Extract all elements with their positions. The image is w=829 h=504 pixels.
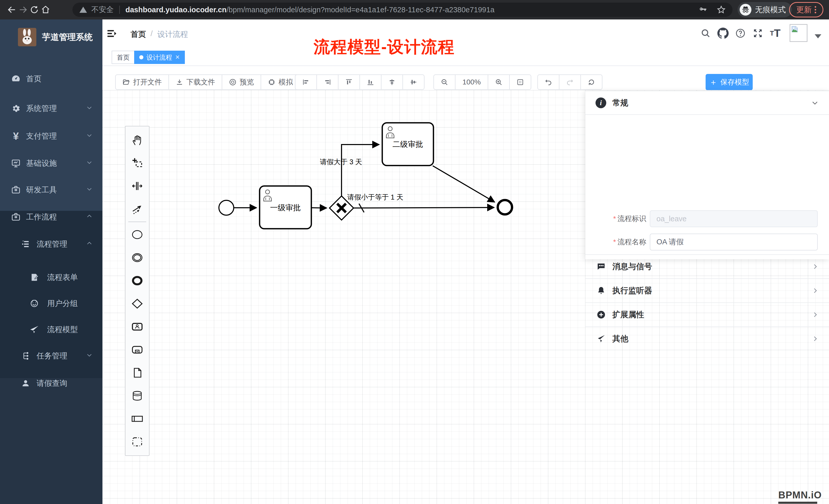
key-icon[interactable] [699,5,708,14]
bell-icon [596,286,607,295]
back-icon[interactable] [6,4,17,15]
sidebar-item-user-group[interactable]: 用户分组 [0,290,102,317]
svg-text:二级审批: 二级审批 [393,140,423,148]
avatar[interactable] [790,24,807,42]
incognito-icon [740,4,751,15]
sidebar-item-leave-query[interactable]: 请假查询 [0,370,102,396]
sidebar-item-task-mgmt[interactable]: 任务管理 [0,343,102,369]
sidebar-item-devtools[interactable]: 研发工具 [0,177,102,203]
process-name-input[interactable] [650,234,818,250]
eye-icon [229,78,237,86]
home-icon[interactable] [40,4,51,15]
process-key-input[interactable] [650,210,818,227]
chevron-right-icon [812,263,819,270]
plus-icon: ＋ [709,78,717,86]
github-icon[interactable] [716,26,730,40]
redo-button[interactable] [560,75,581,89]
url-host: dashboard.yudao.iocoder.cn [125,6,226,14]
sidebar-item-system[interactable]: 系统管理 [0,95,102,122]
flow-task2-to-end[interactable] [433,166,495,202]
address-bar[interactable]: 不安全 dashboard.yudao.iocoder.cn/bpm/manag… [72,3,732,17]
form-icon [29,272,40,283]
more-icon[interactable] [815,6,816,13]
sidebar-item-process-form[interactable]: 流程表单 [0,264,102,290]
tags-bar: 首页 设计流程 ✕ [102,48,829,66]
update-label: 更新 [796,5,812,15]
sidebar-item-infra[interactable]: 基础设施 [0,150,102,177]
user-task-level2[interactable]: 二级审批 [382,123,433,165]
align-middle-button[interactable] [403,75,424,89]
breadcrumb-home[interactable]: 首页 [131,29,146,40]
fullscreen-icon[interactable] [751,26,765,40]
file-button-group: 打开文件 下载文件 预览 模拟 [115,74,300,90]
process-key-row: *流程标识 [585,210,829,227]
section-message-signal[interactable]: 消息与信号 [585,254,829,278]
sidebar-item-payment[interactable]: ¥ 支付管理 [0,123,102,149]
tag-design-process[interactable]: 设计流程 ✕ [134,51,185,64]
toolbox-icon [10,211,22,223]
restart-button[interactable] [581,75,602,89]
flow-gateway-to-task2[interactable] [341,145,379,196]
sidebar: 芋道管理系统 首页 系统管理 ¥ 支付管理 基础设施 研发工具 工作流程 流程管… [0,20,102,504]
section-execution-listener[interactable]: 执行监听器 [585,278,829,302]
folder-open-icon [122,78,130,86]
undo-button[interactable] [538,75,560,89]
app-logo [18,28,36,46]
edge-label-gt3[interactable]: 请假大于 3 天 [320,158,362,166]
help-icon[interactable] [733,26,748,40]
user-task-level1[interactable]: 一级审批 [260,186,311,229]
open-file-button[interactable]: 打开文件 [116,75,169,89]
search-icon[interactable] [698,26,713,40]
section-extended-attributes[interactable]: 扩展属性 [585,302,829,326]
align-top-button[interactable] [338,75,360,89]
edge-label-le1[interactable]: 请假小于等于 1 天 [347,193,403,201]
browser-chrome: 不安全 dashboard.yudao.iocoder.cn/bpm/manag… [0,0,829,20]
section-general[interactable]: i 常规 [585,91,829,115]
sidebar-item-home[interactable]: 首页 [0,66,102,92]
monitor-icon [10,158,22,169]
flow-task1-to-gateway[interactable] [311,208,327,208]
hamburger-icon[interactable] [106,28,118,40]
flow-gateway-to-end[interactable] [353,207,494,208]
history-button-group [537,74,603,90]
chevron-down-icon [86,132,93,141]
sidebar-item-process-mgmt[interactable]: 流程管理 [0,231,102,257]
align-bottom-button[interactable] [360,75,382,89]
sidebar-item-process-model[interactable]: 流程模型 [0,316,102,343]
section-other[interactable]: 其他 [585,326,829,350]
end-event[interactable] [498,200,512,215]
close-icon[interactable]: ✕ [175,54,180,61]
zoom-out-button[interactable] [434,75,456,89]
align-right-button[interactable] [317,75,338,89]
chevron-up-icon [86,240,93,248]
info-icon: i [596,98,606,108]
zoom-button-group: 100% [433,74,531,90]
caret-down-icon[interactable] [815,34,821,38]
sidebar-item-workflow[interactable]: 工作流程 [0,204,102,230]
user-icon [20,378,31,389]
divider [119,6,120,14]
app-logo-row[interactable]: 芋道管理系统 [0,23,102,51]
update-button[interactable]: 更新 [789,2,823,17]
star-icon[interactable] [717,5,726,14]
zoom-level: 100% [456,75,488,89]
download-file-button[interactable]: 下载文件 [169,75,222,89]
forward-icon[interactable] [17,4,29,15]
tag-home[interactable]: 首页 [112,51,135,64]
warning-icon [79,6,87,14]
align-center-button[interactable] [382,75,403,89]
incognito-badge: 无痕模式 [737,2,792,17]
reload-icon[interactable] [29,4,40,15]
preview-button[interactable]: 预览 [222,75,261,89]
start-event[interactable] [219,200,234,215]
save-model-button[interactable]: ＋ 保存模型 [706,74,753,90]
url-path: /bpm/manager/model/design?modelId=e4a1a1… [226,6,495,14]
fontsize-icon[interactable]: TT [768,26,783,40]
yen-icon: ¥ [10,130,22,142]
align-left-button[interactable] [295,75,317,89]
zoom-in-button[interactable] [488,75,510,89]
fit-viewport-button[interactable] [510,75,531,89]
designer-toolbar: 打开文件 下载文件 预览 模拟 100% ＋ 保存模 [102,66,829,90]
simulate-button[interactable]: 模拟 [261,75,299,89]
bpmn-io-watermark[interactable]: BPMN.iO [778,490,822,504]
